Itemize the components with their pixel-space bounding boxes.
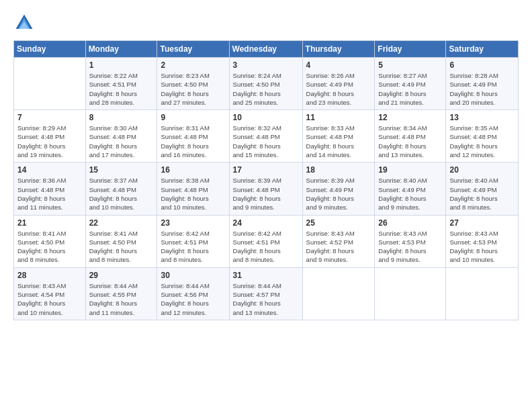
day-info: Sunrise: 8:31 AM Sunset: 4:48 PM Dayligh… (161, 124, 225, 159)
week-row-0: 1Sunrise: 8:22 AM Sunset: 4:51 PM Daylig… (14, 58, 519, 110)
day-number: 31 (233, 271, 299, 280)
day-info: Sunrise: 8:33 AM Sunset: 4:48 PM Dayligh… (306, 124, 371, 159)
day-number: 29 (89, 271, 154, 280)
calendar-cell: 15Sunrise: 8:37 AM Sunset: 4:48 PM Dayli… (85, 163, 157, 215)
day-info: Sunrise: 8:36 AM Sunset: 4:48 PM Dayligh… (17, 176, 82, 212)
day-number: 21 (17, 218, 82, 228)
calendar-body: 1Sunrise: 8:22 AM Sunset: 4:51 PM Daylig… (14, 58, 519, 320)
day-number: 5 (378, 60, 442, 70)
day-info: Sunrise: 8:37 AM Sunset: 4:48 PM Dayligh… (89, 176, 154, 212)
calendar-cell: 24Sunrise: 8:42 AM Sunset: 4:51 PM Dayli… (229, 215, 302, 267)
calendar-cell: 3Sunrise: 8:24 AM Sunset: 4:50 PM Daylig… (229, 58, 302, 110)
calendar-cell: 18Sunrise: 8:39 AM Sunset: 4:49 PM Dayli… (302, 163, 375, 215)
day-number: 15 (89, 165, 154, 175)
calendar-cell: 25Sunrise: 8:43 AM Sunset: 4:52 PM Dayli… (302, 215, 375, 267)
day-info: Sunrise: 8:39 AM Sunset: 4:49 PM Dayligh… (306, 176, 371, 212)
day-info: Sunrise: 8:41 AM Sunset: 4:50 PM Dayligh… (89, 229, 154, 265)
logo (13, 12, 38, 34)
day-number: 2 (161, 60, 225, 70)
calendar-cell: 10Sunrise: 8:32 AM Sunset: 4:48 PM Dayli… (229, 110, 302, 163)
day-info: Sunrise: 8:23 AM Sunset: 4:50 PM Dayligh… (161, 71, 225, 107)
day-number: 28 (17, 271, 82, 280)
header-day-monday: Monday (85, 41, 157, 58)
day-number: 25 (306, 218, 371, 228)
day-number: 22 (89, 218, 154, 228)
calendar-cell: 6Sunrise: 8:28 AM Sunset: 4:49 PM Daylig… (446, 58, 519, 110)
day-info: Sunrise: 8:28 AM Sunset: 4:49 PM Dayligh… (449, 71, 515, 107)
calendar-cell: 21Sunrise: 8:41 AM Sunset: 4:50 PM Dayli… (14, 215, 86, 267)
week-row-4: 28Sunrise: 8:43 AM Sunset: 4:54 PM Dayli… (14, 267, 519, 320)
calendar-cell: 9Sunrise: 8:31 AM Sunset: 4:48 PM Daylig… (157, 110, 229, 163)
day-number: 27 (449, 218, 515, 228)
day-number: 19 (378, 165, 442, 175)
day-number: 13 (449, 113, 515, 122)
day-info: Sunrise: 8:43 AM Sunset: 4:54 PM Dayligh… (17, 281, 82, 317)
day-info: Sunrise: 8:26 AM Sunset: 4:49 PM Dayligh… (306, 71, 371, 107)
calendar-cell: 5Sunrise: 8:27 AM Sunset: 4:49 PM Daylig… (375, 58, 446, 110)
header-day-friday: Friday (375, 41, 446, 58)
logo-icon (13, 12, 35, 34)
day-info: Sunrise: 8:43 AM Sunset: 4:53 PM Dayligh… (449, 229, 515, 265)
day-info: Sunrise: 8:43 AM Sunset: 4:53 PM Dayligh… (378, 229, 442, 265)
calendar-cell: 30Sunrise: 8:44 AM Sunset: 4:56 PM Dayli… (157, 267, 229, 320)
day-number: 10 (233, 113, 299, 122)
calendar-cell: 12Sunrise: 8:34 AM Sunset: 4:48 PM Dayli… (375, 110, 446, 163)
page: SundayMondayTuesdayWednesdayThursdayFrid… (0, 0, 532, 411)
calendar-cell: 17Sunrise: 8:39 AM Sunset: 4:48 PM Dayli… (229, 163, 302, 215)
day-info: Sunrise: 8:44 AM Sunset: 4:57 PM Dayligh… (233, 281, 299, 317)
calendar-cell (302, 267, 375, 320)
calendar-cell: 26Sunrise: 8:43 AM Sunset: 4:53 PM Dayli… (375, 215, 446, 267)
header-day-saturday: Saturday (446, 41, 519, 58)
day-number: 8 (89, 113, 154, 122)
calendar: SundayMondayTuesdayWednesdayThursdayFrid… (13, 40, 519, 320)
calendar-cell: 1Sunrise: 8:22 AM Sunset: 4:51 PM Daylig… (85, 58, 157, 110)
day-number: 17 (233, 165, 299, 175)
calendar-cell: 27Sunrise: 8:43 AM Sunset: 4:53 PM Dayli… (446, 215, 519, 267)
day-number: 9 (161, 113, 225, 122)
day-info: Sunrise: 8:44 AM Sunset: 4:56 PM Dayligh… (161, 281, 225, 317)
calendar-cell: 16Sunrise: 8:38 AM Sunset: 4:48 PM Dayli… (157, 163, 229, 215)
day-info: Sunrise: 8:40 AM Sunset: 4:49 PM Dayligh… (449, 176, 515, 212)
calendar-cell (375, 267, 446, 320)
week-row-1: 7Sunrise: 8:29 AM Sunset: 4:48 PM Daylig… (14, 110, 519, 163)
day-number: 12 (378, 113, 442, 122)
calendar-cell: 4Sunrise: 8:26 AM Sunset: 4:49 PM Daylig… (302, 58, 375, 110)
calendar-cell (14, 58, 86, 110)
day-number: 18 (306, 165, 371, 175)
day-info: Sunrise: 8:42 AM Sunset: 4:51 PM Dayligh… (161, 229, 225, 265)
calendar-cell: 22Sunrise: 8:41 AM Sunset: 4:50 PM Dayli… (85, 215, 157, 267)
day-info: Sunrise: 8:24 AM Sunset: 4:50 PM Dayligh… (233, 71, 299, 107)
calendar-cell: 19Sunrise: 8:40 AM Sunset: 4:49 PM Dayli… (375, 163, 446, 215)
day-number: 20 (449, 165, 515, 175)
header (13, 12, 519, 34)
day-info: Sunrise: 8:27 AM Sunset: 4:49 PM Dayligh… (378, 71, 442, 107)
day-number: 4 (306, 60, 371, 70)
day-number: 30 (161, 271, 225, 280)
day-info: Sunrise: 8:39 AM Sunset: 4:48 PM Dayligh… (233, 176, 299, 212)
header-day-thursday: Thursday (302, 41, 375, 58)
day-number: 14 (17, 165, 82, 175)
day-number: 23 (161, 218, 225, 228)
week-row-3: 21Sunrise: 8:41 AM Sunset: 4:50 PM Dayli… (14, 215, 519, 267)
day-number: 16 (161, 165, 225, 175)
day-info: Sunrise: 8:30 AM Sunset: 4:48 PM Dayligh… (89, 124, 154, 159)
day-number: 3 (233, 60, 299, 70)
calendar-cell: 31Sunrise: 8:44 AM Sunset: 4:57 PM Dayli… (229, 267, 302, 320)
calendar-cell: 14Sunrise: 8:36 AM Sunset: 4:48 PM Dayli… (14, 163, 86, 215)
calendar-cell: 7Sunrise: 8:29 AM Sunset: 4:48 PM Daylig… (14, 110, 86, 163)
day-info: Sunrise: 8:38 AM Sunset: 4:48 PM Dayligh… (161, 176, 225, 212)
day-number: 24 (233, 218, 299, 228)
day-info: Sunrise: 8:32 AM Sunset: 4:48 PM Dayligh… (233, 124, 299, 159)
day-info: Sunrise: 8:22 AM Sunset: 4:51 PM Dayligh… (89, 71, 154, 107)
calendar-cell (446, 267, 519, 320)
day-info: Sunrise: 8:29 AM Sunset: 4:48 PM Dayligh… (17, 124, 82, 159)
calendar-cell: 28Sunrise: 8:43 AM Sunset: 4:54 PM Dayli… (14, 267, 86, 320)
calendar-cell: 2Sunrise: 8:23 AM Sunset: 4:50 PM Daylig… (157, 58, 229, 110)
day-number: 6 (449, 60, 515, 70)
calendar-cell: 20Sunrise: 8:40 AM Sunset: 4:49 PM Dayli… (446, 163, 519, 215)
day-info: Sunrise: 8:44 AM Sunset: 4:55 PM Dayligh… (89, 281, 154, 317)
calendar-cell: 13Sunrise: 8:35 AM Sunset: 4:48 PM Dayli… (446, 110, 519, 163)
header-day-wednesday: Wednesday (229, 41, 302, 58)
calendar-header: SundayMondayTuesdayWednesdayThursdayFrid… (14, 41, 519, 58)
calendar-cell: 23Sunrise: 8:42 AM Sunset: 4:51 PM Dayli… (157, 215, 229, 267)
